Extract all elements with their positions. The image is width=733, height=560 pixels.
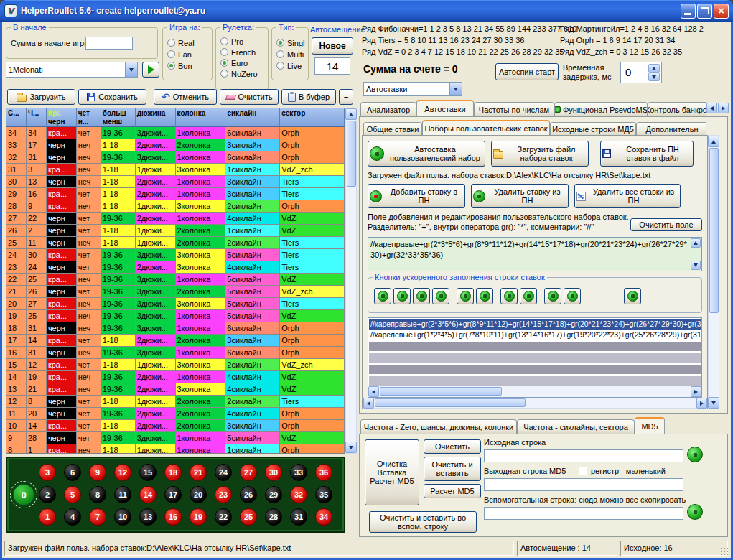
board-number-16[interactable]: 16 [164, 508, 182, 526]
collapse-button[interactable]: – [339, 89, 353, 105]
scroll-left-button[interactable] [368, 386, 379, 397]
board-number-2[interactable]: 2 [39, 486, 56, 503]
tab-наборы-пользовательских-ставок[interactable]: Наборы пользовательских ставок [422, 120, 550, 135]
board-number-21[interactable]: 21 [190, 464, 207, 481]
delete-all-bets-button[interactable]: Удалить все ставки из ПН [574, 184, 681, 208]
quick-fill-button-7[interactable] [500, 288, 518, 304]
board-number-24[interactable]: 24 [215, 464, 232, 481]
md5-helper-input[interactable] [484, 507, 683, 520]
board-number-20[interactable]: 20 [190, 486, 207, 503]
undo-button[interactable]: ↶Отменить [154, 89, 217, 105]
bet-list-item[interactable]: //карелевые+gr(1*2*4*5)+gr(7*8*10*11)+gr… [369, 330, 701, 340]
radio-option-real[interactable]: Real [167, 38, 195, 47]
board-number-3[interactable]: 3 [39, 464, 56, 481]
tab-частота-сиклайны-сектора[interactable]: Частота - сиклайны, сектора [517, 419, 635, 434]
board-number-13[interactable]: 13 [139, 508, 157, 526]
maximize-button[interactable] [697, 4, 712, 19]
scroll-thumb[interactable] [375, 398, 526, 407]
register-checkbox[interactable] [579, 467, 587, 475]
board-number-15[interactable]: 15 [139, 464, 157, 481]
scroll-thumb[interactable] [347, 121, 356, 187]
bet-editor-field[interactable]: //кареправые+gr(2*3*5*6)+gr(8*9*11*12)+g… [368, 237, 702, 271]
clear-paste-helper-button[interactable]: Очистить и вставить во вспом. строку [369, 511, 477, 533]
tab-исходные-строки-мд5[interactable]: Исходные строки МД5 [550, 122, 636, 135]
md5-calc-button[interactable]: Расчет MD5 [424, 484, 481, 498]
board-number-10[interactable]: 10 [114, 508, 131, 526]
board-number-18[interactable]: 18 [164, 464, 182, 481]
board-number-34[interactable]: 34 [315, 508, 332, 526]
board-number-28[interactable]: 28 [265, 508, 282, 526]
save-button[interactable]: Сохранить [78, 89, 146, 105]
tab-анализатор[interactable]: Анализатор [360, 102, 416, 116]
scroll-thumb[interactable] [709, 148, 719, 313]
board-number-9[interactable]: 9 [89, 464, 106, 481]
scroll-right-button[interactable] [691, 386, 701, 397]
board-number-6[interactable]: 6 [64, 464, 81, 481]
load-bet-set-button[interactable]: Загрузить файл набора ставок [491, 141, 589, 167]
board-number-22[interactable]: 22 [215, 508, 232, 526]
md5-source-action-button[interactable] [687, 447, 703, 462]
tab-md5[interactable]: MD5 [635, 417, 665, 434]
board-number-17[interactable]: 17 [164, 486, 182, 503]
board-number-35[interactable]: 35 [315, 486, 332, 503]
quick-fill-button-11[interactable] [624, 288, 641, 304]
quick-fill-button-9[interactable] [544, 288, 561, 304]
spin-down-button[interactable] [648, 73, 660, 81]
autobet-user-set-button[interactable]: Автоставка пользовательский набор [368, 141, 485, 167]
close-button[interactable] [714, 4, 729, 19]
tab-частоты-по-числам[interactable]: Частоты по числам [474, 102, 554, 116]
clear-button[interactable]: Очистить [220, 89, 279, 105]
tab-дополнительн[interactable]: Дополнительн [636, 122, 706, 135]
tab-общие-ставки[interactable]: Общие ставки [363, 122, 422, 135]
board-number-12[interactable]: 12 [114, 464, 131, 481]
tab-контроль-банкрол[interactable]: Контроль банкрол [648, 102, 706, 116]
quick-fill-button-3[interactable] [413, 288, 430, 304]
board-number-4[interactable]: 4 [64, 508, 81, 526]
tab-функционал-psevdoms[interactable]: Функционал PsevdoMS [554, 102, 648, 116]
board-number-8[interactable]: 8 [89, 486, 106, 503]
radio-option-live[interactable]: Live [276, 61, 302, 70]
board-zero[interactable]: 0 [13, 484, 34, 505]
new-number-button[interactable]: Новое [312, 37, 353, 55]
clear-field-button[interactable]: Очистить поле [630, 218, 702, 231]
radio-option-multi[interactable]: Multi [276, 50, 304, 59]
spin-up-button[interactable] [648, 64, 660, 73]
minimize-button[interactable] [681, 4, 696, 19]
load-button[interactable]: Загрузить [7, 89, 75, 105]
save-bet-set-button[interactable]: Сохранить ПН ставок в файл [600, 141, 694, 167]
md5-output-input[interactable] [484, 478, 683, 491]
delete-bet-button[interactable]: Удалить ставку из ПН [471, 184, 569, 208]
quick-fill-button-10[interactable] [564, 288, 581, 304]
scroll-up-button[interactable] [345, 108, 357, 120]
md5-big-button[interactable]: Очистка Вставка Расчет MD5 [365, 439, 419, 505]
radio-option-bon[interactable]: Bon [167, 61, 192, 70]
quick-fill-button-2[interactable] [393, 288, 411, 304]
scroll-right-button[interactable] [696, 398, 707, 409]
quick-fill-button-5[interactable] [457, 288, 474, 304]
board-number-23[interactable]: 23 [215, 486, 232, 503]
radio-option-singl[interactable]: Singl [276, 38, 304, 47]
radio-option-pro[interactable]: Pro [220, 37, 243, 46]
delay-value[interactable]: 0 [625, 66, 631, 78]
preset-select[interactable]: 1Melonati [6, 62, 138, 78]
play-button[interactable] [142, 62, 159, 78]
board-number-5[interactable]: 5 [64, 486, 81, 503]
bet-list-item[interactable]: //кареправые+gr(2*3*5*6)+gr(8*9*11*12)+g… [369, 319, 701, 330]
tabs-scroll-left-button[interactable] [706, 103, 717, 113]
md5-clear-button[interactable]: Очистить [424, 439, 481, 454]
board-number-7[interactable]: 7 [89, 508, 106, 526]
scroll-down-button[interactable] [708, 397, 719, 409]
board-number-33[interactable]: 33 [290, 464, 307, 481]
dropdown-arrow-icon[interactable] [449, 83, 462, 95]
editor-scroll-up-button[interactable] [691, 238, 701, 248]
tab-автоставки[interactable]: Автоставки [416, 100, 474, 116]
radio-option-euro[interactable]: Euro [220, 58, 248, 67]
scroll-left-button[interactable] [363, 398, 374, 409]
board-number-29[interactable]: 29 [265, 486, 282, 503]
autospin-start-button[interactable]: Автоспин старт [495, 63, 559, 80]
start-sum-input[interactable] [85, 37, 133, 50]
board-number-14[interactable]: 14 [139, 486, 157, 503]
tabs-scroll-right-button[interactable] [718, 103, 729, 113]
quick-fill-button-8[interactable] [520, 288, 537, 304]
radio-option-fan[interactable]: Fan [167, 50, 192, 59]
